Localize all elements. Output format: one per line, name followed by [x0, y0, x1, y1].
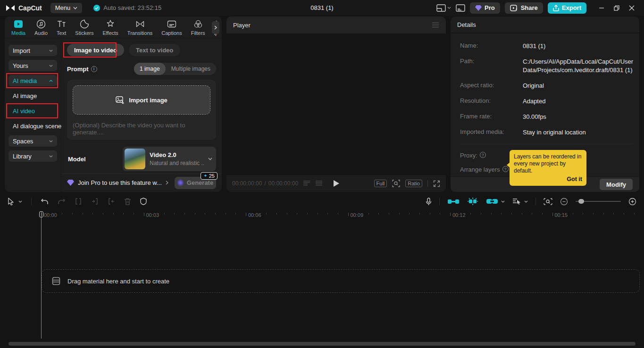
join-pro-link[interactable]: Join Pro to use this feature w... [78, 179, 162, 186]
ruler-tick [440, 213, 440, 215]
full-button[interactable]: Full [374, 180, 387, 187]
sidebar-item-library[interactable]: Library [8, 150, 57, 162]
tab-audio[interactable]: Audio [34, 19, 48, 36]
delete-right-icon[interactable] [108, 198, 115, 205]
ruler-tick [419, 213, 420, 215]
tab-label: Transitions [127, 30, 152, 36]
detail-row-path: Path: C:/Users/AI/AppData/Local/CapCut/U… [460, 58, 633, 75]
ruler-tick [266, 213, 267, 215]
tab-label: Image to video [74, 47, 117, 54]
tab-filters[interactable]: Filters [191, 19, 205, 36]
clip-select-mode-icon[interactable] [512, 198, 528, 205]
timeline-toolbar [0, 192, 644, 211]
layout-switch-icon[interactable] [436, 4, 451, 12]
delete-icon[interactable] [124, 198, 131, 205]
zoom-to-fit-icon[interactable] [392, 180, 400, 187]
slider-handle[interactable] [578, 199, 584, 204]
sidebar-item-yours[interactable]: Yours [8, 60, 57, 71]
player-viewport[interactable] [226, 33, 446, 175]
sidebar-item-ai-dialogue-scene[interactable]: AI dialogue scene [8, 120, 57, 132]
current-time: 00:00:00:00 [232, 180, 262, 187]
chevron-right-icon [214, 25, 217, 30]
player-menu-icon[interactable] [432, 22, 439, 28]
import-image-button[interactable]: Import image [73, 85, 210, 115]
track-media-icon [52, 277, 60, 285]
chevron-right-icon[interactable] [166, 181, 168, 185]
main-track-magnet-icon[interactable] [447, 198, 460, 206]
ruler-tick [113, 213, 114, 215]
preview-zoom-icon[interactable] [544, 198, 552, 205]
tab-text[interactable]: Text [57, 19, 66, 36]
split-icon[interactable] [75, 198, 82, 205]
ratio-button[interactable]: Ratio [405, 180, 422, 187]
share-button[interactable]: Share [505, 2, 543, 14]
auto-snap-icon[interactable] [467, 197, 478, 206]
prompt-box[interactable]: Import image (Optional) Describe the vid… [67, 80, 216, 140]
tab-stickers[interactable]: Stickers [75, 19, 93, 36]
modify-button[interactable]: Modify [600, 179, 633, 190]
ruler-tick [52, 213, 52, 215]
ruler-tick [184, 213, 185, 215]
zoom-in-icon[interactable] [628, 198, 636, 206]
ruler-tick [409, 213, 410, 215]
generate-label: Generate [187, 179, 213, 186]
tab-image-to-video[interactable]: Image to video [67, 44, 124, 56]
mask-icon[interactable] [140, 198, 147, 205]
export-button[interactable]: Export [548, 2, 586, 14]
timecode: 00:00:00:00 / 00:00:00:00 [232, 180, 298, 187]
tab-transitions[interactable]: Transitions [127, 19, 152, 36]
record-voiceover-icon[interactable] [426, 198, 432, 206]
close-button[interactable] [625, 2, 638, 14]
timeline-dropzone[interactable]: Drag material here and start to create [42, 269, 640, 293]
zoom-out-icon[interactable] [560, 198, 568, 206]
ruler-tick [276, 213, 277, 215]
tab-text-to-video[interactable]: Text to video [129, 44, 180, 56]
tab-label: Filters [191, 30, 205, 36]
transitions-icon [135, 19, 145, 29]
toggle-one-image[interactable]: 1 image [134, 63, 166, 75]
timeline-ruler[interactable]: 00:0000:0300:0600:0900:1200:15 [0, 211, 644, 220]
tabstrip-expand-button[interactable] [212, 21, 219, 34]
tab-media[interactable]: Media [11, 19, 25, 36]
sidebar-item-ai-image[interactable]: AI image [8, 90, 57, 101]
sidebar-item-ai-media[interactable]: AI media [8, 75, 57, 86]
play-button[interactable] [333, 180, 340, 187]
ruler-tick [174, 213, 175, 215]
grid-preview-icon[interactable] [315, 180, 323, 187]
sidebar-label: Yours [13, 62, 28, 69]
select-tool-icon[interactable] [8, 198, 22, 206]
import-image-label: Import image [129, 97, 167, 104]
timeline-zoom-slider[interactable] [576, 201, 621, 202]
capcut-logo-icon [6, 5, 15, 11]
sidebar-item-spaces[interactable]: Spaces [8, 135, 57, 147]
timeline: 00:0000:0300:0600:0900:1200:15 Drag mate… [0, 192, 644, 348]
undo-icon[interactable] [41, 198, 49, 205]
pro-button[interactable]: Pro [470, 2, 500, 14]
delete-left-icon[interactable] [91, 198, 99, 205]
model-selector[interactable]: Video 2.0 Natural and realistic ... [123, 147, 216, 171]
tab-effects[interactable]: Effects [102, 19, 118, 36]
export-label: Export [562, 4, 581, 11]
chevron-down-icon [73, 7, 77, 9]
got-it-button[interactable]: Got it [514, 176, 582, 183]
ruler-label: 00:00 [44, 212, 57, 218]
redo-icon[interactable] [58, 198, 66, 205]
fullscreen-icon[interactable] [433, 180, 440, 187]
logo-text: CapCut [18, 4, 42, 12]
divider [31, 198, 32, 205]
minimize-button[interactable] [595, 2, 608, 14]
menu-button[interactable]: Menu [50, 3, 83, 13]
panel-toggle-icon[interactable] [456, 4, 465, 12]
sidebar-item-ai-video[interactable]: AI video [8, 105, 57, 116]
linkage-icon[interactable] [486, 198, 505, 205]
sidebar-item-import[interactable]: Import [8, 45, 57, 56]
info-icon[interactable]: i [91, 66, 97, 72]
mirror-preview-icon[interactable] [303, 180, 310, 187]
maximize-button[interactable] [610, 2, 623, 14]
prompt-placeholder: (Optional) Describe the video you want t… [73, 122, 210, 136]
tab-captions[interactable]: Captions [161, 19, 182, 36]
toggle-multiple-images[interactable]: Multiple images [166, 63, 216, 75]
model-description: Natural and realistic ... [150, 160, 204, 166]
timeline-scrollbar[interactable] [8, 342, 636, 346]
help-icon[interactable]: ? [480, 152, 486, 158]
